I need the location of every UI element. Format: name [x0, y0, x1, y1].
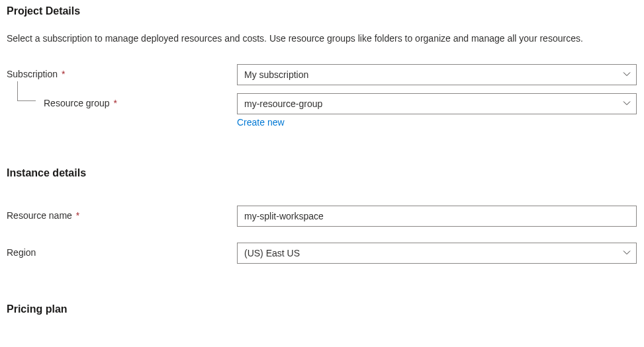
- region-label: Region: [7, 243, 237, 258]
- resource-group-value: my-resource-group: [244, 98, 322, 109]
- pricing-plan-heading: Pricing plan: [7, 303, 637, 315]
- region-value: (US) East US: [244, 248, 300, 258]
- subscription-label: Subscription *: [7, 64, 237, 79]
- chevron-down-icon: [623, 248, 631, 258]
- required-marker: *: [114, 98, 117, 108]
- resource-group-row: Resource group * my-resource-group Creat…: [7, 93, 637, 128]
- resource-group-label: Resource group *: [7, 93, 237, 108]
- chevron-down-icon: [623, 69, 631, 80]
- resource-name-label: Resource name *: [7, 206, 237, 221]
- subscription-row: Subscription * My subscription: [7, 64, 637, 85]
- required-marker: *: [62, 69, 65, 79]
- create-new-link[interactable]: Create new: [237, 117, 285, 128]
- resource-name-row: Resource name *: [7, 206, 637, 227]
- resource-group-dropdown[interactable]: my-resource-group: [237, 93, 637, 114]
- subscription-value: My subscription: [244, 69, 308, 80]
- chevron-down-icon: [623, 98, 631, 109]
- required-marker: *: [76, 210, 79, 221]
- project-details-heading: Project Details: [7, 5, 637, 17]
- project-details-description: Select a subscription to manage deployed…: [7, 32, 629, 46]
- region-row: Region (US) East US: [7, 243, 637, 264]
- subscription-dropdown[interactable]: My subscription: [237, 64, 637, 85]
- instance-details-heading: Instance details: [7, 167, 637, 179]
- region-dropdown[interactable]: (US) East US: [237, 243, 637, 264]
- resource-name-input[interactable]: [237, 206, 637, 227]
